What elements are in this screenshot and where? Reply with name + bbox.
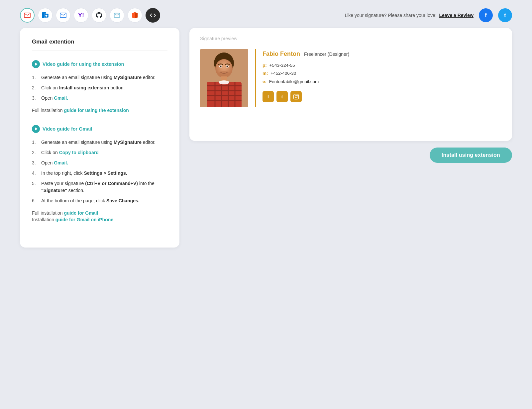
leave-review-link[interactable]: Leave a Review bbox=[439, 13, 474, 18]
signature-preview-label: Signature preview bbox=[200, 36, 501, 41]
copy-clipboard-link[interactable]: Copy to clipboard bbox=[59, 150, 99, 155]
facebook-icon: f bbox=[485, 12, 487, 19]
svg-point-24 bbox=[297, 95, 298, 96]
video-guide-gmail-link[interactable]: Video guide for Gmail bbox=[32, 125, 167, 133]
outlook-icon[interactable] bbox=[38, 8, 53, 23]
extension-step-1: 1. Generate an email signature using MyS… bbox=[32, 74, 167, 81]
signature-name-row: Fabio Fenton Freelancer (Designer) bbox=[263, 51, 501, 57]
gmail-step-1: 1. Generate an email signature using MyS… bbox=[32, 139, 167, 146]
signature-info: Fabio Fenton Freelancer (Designer) p: +5… bbox=[263, 49, 501, 102]
signature-job-title: Freelancer (Designer) bbox=[304, 51, 349, 57]
office-icon[interactable] bbox=[128, 8, 142, 23]
signature-details: p: +543-324-55 m: +452-406-30 e: Fentonf… bbox=[263, 61, 501, 86]
extension-full-guide-link[interactable]: guide for using the extension bbox=[64, 108, 129, 113]
extension-step-3: 3. Open Gmail. bbox=[32, 95, 167, 102]
gmail-guide-links: Full installation guide for Gmail Instal… bbox=[32, 210, 167, 222]
play-icon-extension bbox=[32, 60, 40, 68]
extension-step-2: 2. Click on Install using extension butt… bbox=[32, 84, 167, 91]
signature-content: Fabio Fenton Freelancer (Designer) p: +5… bbox=[200, 49, 501, 107]
signature-divider bbox=[255, 49, 256, 107]
gmail-link-2[interactable]: Gmail. bbox=[54, 160, 68, 165]
twitter-button[interactable]: t bbox=[498, 8, 512, 22]
play-icon-gmail bbox=[32, 125, 40, 133]
signature-name: Fabio Fenton bbox=[263, 51, 300, 57]
signature-email: e: Fentonfabilo@gmail.com bbox=[263, 78, 501, 86]
svg-point-2 bbox=[46, 15, 48, 17]
svg-rect-22 bbox=[294, 94, 299, 99]
panel-title: Gmail extention bbox=[32, 39, 167, 51]
sig-facebook-btn[interactable]: f bbox=[263, 91, 274, 102]
extension-steps: 1. Generate an email signature using MyS… bbox=[32, 74, 167, 102]
svg-point-21 bbox=[227, 66, 228, 67]
extension-guide-links: Full installation guide for using the ex… bbox=[32, 108, 167, 113]
gmail-step-4: 4. In the top right, click Settings > Se… bbox=[32, 170, 167, 177]
gmail-iphone-guide-link[interactable]: guide for Gmail on iPhone bbox=[55, 217, 113, 222]
video-guide-extension-link[interactable]: Video guide for using the extension bbox=[32, 60, 167, 68]
gmail-steps: 1. Generate an email signature using MyS… bbox=[32, 139, 167, 204]
github-icon[interactable] bbox=[92, 8, 106, 23]
gmail-link-1[interactable]: Gmail. bbox=[54, 95, 68, 101]
person-svg bbox=[200, 49, 248, 107]
signature-phone: p: +543-324-55 bbox=[263, 61, 501, 69]
sig-instagram-btn[interactable] bbox=[290, 91, 302, 102]
svg-point-20 bbox=[220, 66, 222, 67]
code-icon[interactable] bbox=[146, 8, 160, 23]
app-icon-bar: Y! bbox=[20, 8, 160, 23]
main-content: Gmail extention Video guide for using th… bbox=[0, 28, 532, 248]
facebook-button[interactable]: f bbox=[479, 8, 493, 22]
svg-point-23 bbox=[295, 96, 297, 98]
gmail-step-3: 3. Open Gmail. bbox=[32, 159, 167, 166]
sig-twitter-btn[interactable]: t bbox=[276, 91, 288, 102]
gmail-icon[interactable] bbox=[20, 8, 35, 23]
gmail-step-5: 5. Paste your signature (Ctrl+V or Comma… bbox=[32, 180, 167, 194]
yahoo-icon[interactable]: Y! bbox=[74, 8, 88, 23]
left-panel: Gmail extention Video guide for using th… bbox=[20, 28, 179, 248]
header-right: Like your signature? Please share your l… bbox=[345, 8, 512, 22]
signature-preview-card: Signature preview bbox=[189, 28, 512, 141]
signature-mobile: m: +452-406-30 bbox=[263, 69, 501, 77]
thunderbird-icon[interactable] bbox=[110, 8, 124, 23]
install-extension-button[interactable]: Install using extension bbox=[430, 148, 512, 163]
header: Y! Like your signature? Please share you… bbox=[0, 0, 532, 28]
section-gmail: Video guide for Gmail 1. Generate an ema… bbox=[32, 125, 167, 222]
gmail-step-6: 6. At the bottom of the page, click Save… bbox=[32, 197, 167, 204]
gmail-full-guide-link[interactable]: guide for Gmail bbox=[64, 210, 98, 216]
signature-photo bbox=[200, 49, 248, 107]
right-panel: Signature preview bbox=[189, 28, 512, 248]
apple-mail-icon[interactable] bbox=[56, 8, 70, 23]
svg-point-17 bbox=[219, 80, 229, 84]
signature-social-icons: f t bbox=[263, 91, 501, 102]
photo-bg bbox=[200, 49, 248, 107]
section-extension: Video guide for using the extension 1. G… bbox=[32, 60, 167, 113]
header-tagline: Like your signature? Please share your l… bbox=[345, 13, 474, 18]
gmail-step-2: 2. Click on Copy to clipboard bbox=[32, 149, 167, 156]
twitter-icon: t bbox=[504, 12, 506, 19]
